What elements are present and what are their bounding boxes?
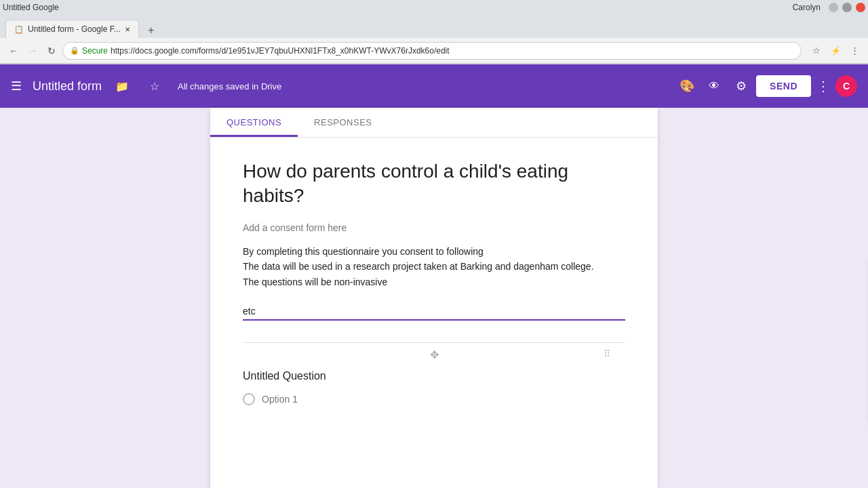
back-btn[interactable]: ← [5,43,22,59]
hamburger-menu-icon[interactable]: ☰ [11,79,22,94]
folder-icon: 📁 [115,80,129,93]
desc-line-2: The data will be used in a research proj… [243,259,625,274]
form-tabs: QUESTIONS RESPONSES [210,108,658,138]
settings-icon-btn[interactable]: ⚙ [729,74,753,98]
chrome-menu-icon[interactable]: ⋮ [846,43,863,59]
question-title[interactable]: Untitled Question [243,370,625,382]
questions-tab-label: QUESTIONS [226,117,281,127]
form-description: By completing this questionnaire you con… [243,244,625,289]
radio-option-1[interactable] [243,393,255,405]
form-subtitle[interactable]: Add a consent form here [243,222,625,233]
address-text: https://docs.google.com/forms/d/1e951vJE… [111,46,794,56]
palette-icon-btn[interactable]: 🎨 [675,74,699,98]
auto-save-text: All changes saved in Drive [178,81,667,92]
responses-tab-label: RESPONSES [314,117,372,127]
main-area: QUESTIONS RESPONSES How do parents contr… [0,108,868,488]
title-bar-text: Untitled Google [3,3,59,12]
palette-icon: 🎨 [679,79,694,94]
user-name: Carolyn [793,3,821,12]
option-row: Option 1 [243,393,625,405]
option-label-1: Option 1 [262,394,298,405]
window-controls: Carolyn [793,3,865,12]
tab-questions[interactable]: QUESTIONS [210,108,298,137]
header-right: 🎨 👁 ⚙ SEND ⋮ C [675,74,857,98]
app-header: ☰ Untitled form 📁 ☆ All changes saved in… [0,64,868,108]
forward-btn[interactable]: → [24,43,41,59]
maximize-btn[interactable] [842,3,852,12]
eye-icon: 👁 [709,80,719,92]
extensions-icon[interactable]: ⚡ [827,43,844,59]
send-button[interactable]: SEND [756,75,811,97]
app-title: Untitled form [33,79,102,94]
minimize-btn[interactable] [829,3,838,12]
bookmark-icon[interactable]: ☆ [808,43,825,59]
form-body: How do parents control a child's eating … [210,138,658,427]
nav-bar: ← → ↻ 🔒 Secure https://docs.google.com/f… [0,38,868,64]
settings-icon: ⚙ [736,79,747,94]
tab-favicon: 📋 [14,25,24,34]
secure-label: Secure [82,46,108,56]
close-btn[interactable] [856,3,865,12]
secure-icon: 🔒 [70,46,79,55]
new-tab-icon: + [148,24,154,37]
nav-right: ☆ ⚡ ⋮ [804,43,863,59]
desc-line-1: By completing this questionnaire you con… [243,244,625,259]
active-tab[interactable]: 📋 Untitled form - Google F... ✕ [5,20,139,38]
tab-responses[interactable]: RESPONSES [298,108,388,137]
tab-label: Untitled form - Google F... [28,24,121,34]
consent-text-input[interactable] [243,303,625,321]
reload-btn[interactable]: ↻ [43,43,60,59]
star-icon: ☆ [150,80,159,93]
more-options-icon[interactable]: ⋮ [816,78,830,94]
tab-close-btn[interactable]: ✕ [125,26,130,33]
tab-bar: 📋 Untitled form - Google F... ✕ + [0,15,868,38]
form-container: QUESTIONS RESPONSES How do parents contr… [210,108,658,488]
drag-handle-icon[interactable]: ⠿ [604,348,612,359]
address-bar[interactable]: 🔒 Secure https://docs.google.com/forms/d… [62,42,802,60]
title-bar: Untitled Google Carolyn [0,0,868,15]
folder-icon-btn[interactable]: 📁 [110,74,134,98]
new-tab-btn[interactable]: + [142,23,161,38]
star-icon-btn[interactable]: ☆ [142,74,167,98]
preview-icon-btn[interactable]: 👁 [702,74,726,98]
browser-chrome: Untitled Google Carolyn 📋 Untitled form … [0,0,868,64]
question-section: ✥ ⠿ Untitled Question Option 1 [243,342,625,405]
user-avatar[interactable]: C [835,75,857,97]
form-title: How do parents control a child's eating … [243,159,625,209]
desc-line-3: The questions will be non-invasive [243,274,625,289]
move-icon-left[interactable]: ✥ [430,348,439,361]
